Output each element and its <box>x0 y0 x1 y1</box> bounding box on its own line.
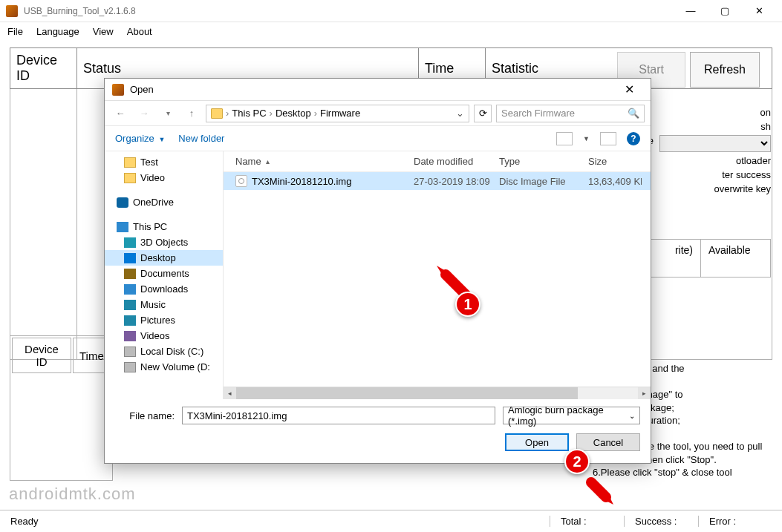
folder-tree: Test Video OneDrive This PC 3D Objects D… <box>105 151 224 399</box>
tree-documents[interactable]: Documents <box>105 266 223 281</box>
status-available: Available <box>701 240 758 277</box>
menu-view[interactable]: View <box>93 26 114 37</box>
col-name: Name▴ <box>229 156 408 167</box>
col-date: Date modified <box>408 156 493 167</box>
lower-col-id: Device ID <box>12 338 71 373</box>
nav-up-button[interactable]: ↑ <box>182 104 201 123</box>
filename-label: File name: <box>115 410 175 421</box>
new-folder-button[interactable]: New folder <box>178 133 224 144</box>
tree-pictures[interactable]: Pictures <box>105 312 223 328</box>
scroll-left-icon: ◂ <box>224 387 236 400</box>
scroll-thumb[interactable] <box>236 387 578 400</box>
horizontal-scrollbar[interactable]: ◂ ▸ <box>224 387 651 399</box>
sort-asc-icon: ▴ <box>266 157 270 165</box>
status-table: Device ID Time <box>10 335 113 481</box>
tree-thispc[interactable]: This PC <box>105 219 223 234</box>
nav-history-button[interactable]: ▾ <box>158 104 177 123</box>
search-placeholder: Search Firmware <box>501 108 575 119</box>
tree-test[interactable]: Test <box>105 154 223 170</box>
titlebar: USB_Burning_Tool_v2.1.6.8 — ▢ ✕ <box>0 0 782 22</box>
file-type: Disc Image File <box>493 176 582 187</box>
menu-about[interactable]: About <box>127 26 152 37</box>
bc-desktop[interactable]: Desktop <box>276 108 311 119</box>
open-button[interactable]: Open <box>505 433 569 451</box>
nav-back-button[interactable]: ← <box>111 104 130 123</box>
tree-videos[interactable]: Videos <box>105 328 223 344</box>
col-device-id: Device ID <box>10 48 77 89</box>
annotation-marker-2: 2 <box>564 449 590 474</box>
status-error: Error : <box>698 516 746 527</box>
watermark: androidmtk.com <box>9 485 136 504</box>
dialog-icon <box>112 84 124 96</box>
dialog-close-button[interactable]: ✕ <box>616 82 643 96</box>
tree-localdisk[interactable]: Local Disk (C:) <box>105 344 223 359</box>
file-size: 13,63,409 KB <box>582 176 642 187</box>
nav-forward-button[interactable]: → <box>134 104 154 123</box>
annotation-arrow-2 <box>584 475 621 512</box>
svg-line-3 <box>591 482 606 497</box>
dialog-title: Open <box>130 84 154 95</box>
disc-image-icon <box>235 175 247 187</box>
scroll-right-icon: ▸ <box>638 387 651 400</box>
app-icon <box>6 5 18 17</box>
annotation-marker-1: 1 <box>455 292 480 317</box>
open-dialog: Open ✕ ← → ▾ ↑ › This PC › Desktop › Fir… <box>104 78 651 464</box>
refresh-button[interactable]: Refresh <box>690 52 760 88</box>
bc-firmware[interactable]: Firmware <box>320 108 360 119</box>
tree-onedrive[interactable]: OneDrive <box>105 194 223 210</box>
tree-music[interactable]: Music <box>105 297 223 312</box>
col-type: Type <box>493 156 582 167</box>
filetype-filter[interactable]: Amlogic burn package (*.img)⌄ <box>503 407 640 424</box>
help-icon[interactable]: ? <box>627 132 640 145</box>
statusbar: Ready Total : Success : Error : <box>0 510 782 532</box>
view-dropdown-icon[interactable]: ▼ <box>583 135 590 142</box>
status-success: Success : <box>624 516 698 527</box>
breadcrumb[interactable]: › This PC › Desktop › Firmware ⌄ <box>206 105 469 122</box>
tree-newvolume[interactable]: New Volume (D: <box>105 359 223 375</box>
maximize-button[interactable]: ▢ <box>708 0 742 22</box>
nav-refresh-button[interactable]: ⟳ <box>474 105 492 122</box>
file-name: TX3Mini-20181210.img <box>252 176 351 187</box>
folder-icon <box>211 108 223 119</box>
minimize-button[interactable]: — <box>674 0 708 22</box>
view-list-icon[interactable] <box>556 132 573 145</box>
status-total: Total : <box>550 516 624 527</box>
search-input[interactable]: Search Firmware 🔍 <box>496 105 645 122</box>
preview-pane-icon[interactable] <box>600 132 616 145</box>
col-size: Size <box>582 156 642 167</box>
close-button[interactable]: ✕ <box>742 0 776 22</box>
organize-menu[interactable]: Organize ▼ <box>115 133 165 144</box>
bc-thispc[interactable]: This PC <box>232 108 266 119</box>
tree-desktop[interactable]: Desktop <box>105 250 223 266</box>
file-date: 27-03-2019 18:09 <box>408 176 493 187</box>
status-ready: Ready <box>0 516 550 527</box>
file-list-header[interactable]: Name▴ Date modified Type Size <box>224 151 651 172</box>
menubar: File Language View About <box>0 22 782 40</box>
tree-video[interactable]: Video <box>105 170 223 185</box>
tree-3dobjects[interactable]: 3D Objects <box>105 234 223 250</box>
menu-language[interactable]: Language <box>36 26 79 37</box>
window-title: USB_Burning_Tool_v2.1.6.8 <box>24 6 136 16</box>
menu-file[interactable]: File <box>7 26 23 37</box>
file-row-selected[interactable]: TX3Mini-20181210.img 27-03-2019 18:09 Di… <box>224 172 651 190</box>
erase-select[interactable] <box>659 135 771 152</box>
tree-downloads[interactable]: Downloads <box>105 281 223 297</box>
filename-input[interactable] <box>182 407 495 424</box>
search-icon: 🔍 <box>628 108 639 119</box>
